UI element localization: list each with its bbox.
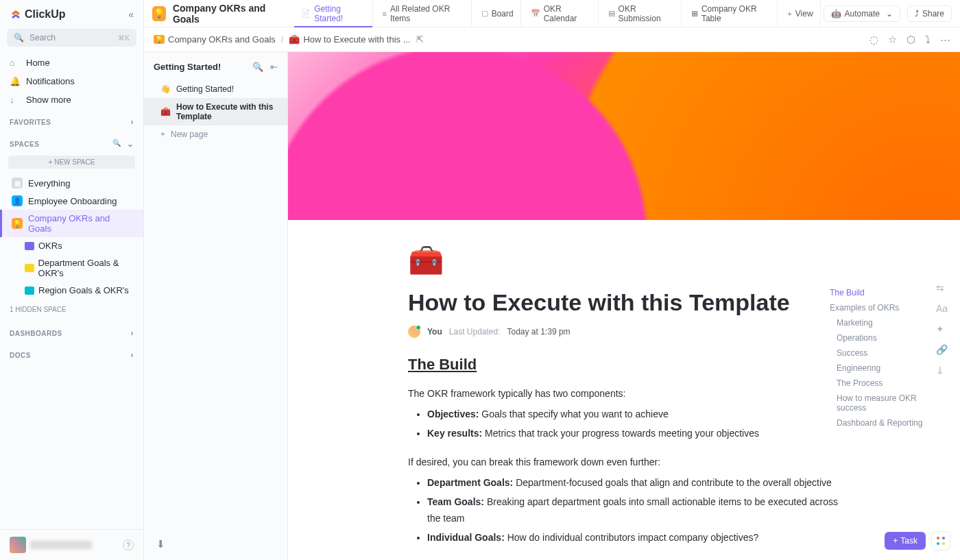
li-individual-goals[interactable]: Individual Goals: How do individual cont… [427, 530, 840, 546]
wave-icon: 👋 [160, 84, 171, 94]
toc-examples[interactable]: Examples of OKRs [830, 300, 946, 315]
folder-icon [25, 264, 34, 272]
tab-add-view[interactable]: +View [780, 0, 820, 27]
li-department-goals[interactable]: Department Goals: Department-focused goa… [427, 475, 840, 491]
nav-showmore[interactable]: ↓Show more [0, 90, 143, 109]
folder-department-goals[interactable]: Department Goals & OKR's [0, 254, 143, 282]
doc-page-howto-label: How to Execute with this Template [176, 102, 278, 121]
toolbox-icon: 🧰 [289, 34, 300, 45]
comment-icon[interactable]: ⬡ [907, 34, 915, 46]
doc-title[interactable]: How to Execute with this Template [408, 289, 840, 316]
tab-submission[interactable]: ▤OKR Submission [601, 0, 682, 27]
brand-name: ClickUp [25, 8, 66, 21]
section-docs[interactable]: DOCS› [0, 342, 143, 364]
sparkle-icon[interactable]: ✦ [936, 324, 948, 334]
doc-newpage-label: New page [171, 130, 208, 139]
typography-icon[interactable]: Aa [936, 303, 948, 314]
expand-icon[interactable]: ⇆ [936, 282, 948, 293]
li-keyresults[interactable]: Key results: Metrics that track your pro… [427, 426, 840, 442]
ig-text: How do individual contributors impact co… [505, 532, 758, 543]
doc-emoji[interactable]: 🧰 [408, 243, 840, 277]
more-icon[interactable]: ⋯ [940, 34, 950, 46]
hidden-space-label[interactable]: 1 HIDDEN SPACE [0, 299, 143, 320]
nav-notifications[interactable]: 🔔Notifications [0, 72, 143, 90]
help-icon[interactable]: ? [123, 539, 134, 550]
doc-page-howto[interactable]: 🧰How to Execute with this Template [144, 98, 287, 125]
user-avatar[interactable] [10, 537, 26, 553]
space-onboarding[interactable]: 👤Employee Onboarding [0, 192, 143, 210]
search-input[interactable]: 🔍 Search ⌘K [7, 29, 136, 47]
toc-dashboard[interactable]: Dashboard & Reporting [830, 415, 946, 430]
section-favorites[interactable]: FAVORITES› [0, 109, 143, 131]
relations-icon[interactable]: 🔗 [936, 344, 948, 355]
search-icon[interactable]: 🔍 [252, 62, 263, 72]
tag-icon[interactable]: ◌ [869, 34, 878, 46]
li-team-goals[interactable]: Team Goals: Breaking apart department go… [427, 494, 840, 527]
toc-marketing[interactable]: Marketing [830, 315, 946, 330]
list-components[interactable]: Objectives: Goals that specify what you … [408, 406, 840, 442]
automate-button[interactable]: 🤖Automate⌄ [824, 5, 900, 22]
space-everything-label: Everything [28, 178, 70, 188]
apps-grid-icon [936, 536, 946, 546]
folder-icon [25, 287, 34, 295]
toc-the-build[interactable]: The Build [830, 285, 946, 300]
doc-page-getting-started[interactable]: 👋Getting Started! [144, 80, 287, 98]
toc-measure[interactable]: How to measure OKR success [830, 391, 946, 415]
nav-notifications-label: Notifications [26, 76, 75, 86]
space-title[interactable]: Company OKRs and Goals [173, 3, 283, 25]
breadcrumb-doc[interactable]: 🧰How to Execute with this ... [289, 34, 410, 45]
section-dashboards[interactable]: DASHBOARDS› [0, 320, 143, 342]
search-placeholder: Search [29, 33, 56, 42]
doc-sidebar-title: Getting Started! [154, 62, 221, 72]
inbox-icon[interactable]: ⤵ [925, 34, 931, 46]
share-button[interactable]: ⤴Share [907, 5, 952, 22]
toc-operations[interactable]: Operations [830, 330, 946, 345]
doc-cover[interactable] [288, 52, 960, 220]
list-breakdown[interactable]: Department Goals: Department-focused goa… [408, 475, 840, 546]
li-objectives[interactable]: Objectives: Goals that specify what you … [427, 406, 840, 423]
obj-text: Goals that specify what you want to achi… [479, 409, 668, 419]
space-company-okrs[interactable]: 💡Company OKRs and Goals [0, 210, 143, 237]
nav-home[interactable]: ⌂Home [0, 53, 143, 72]
toc-success[interactable]: Success [830, 345, 946, 361]
folder-okrs[interactable]: OKRs [0, 237, 143, 254]
document-scroll[interactable]: 🧰 How to Execute with this Template You … [288, 52, 960, 560]
para-intro[interactable]: The OKR framework typically has two comp… [408, 386, 840, 401]
para-breakdown[interactable]: If desired, you can break this framework… [408, 454, 840, 470]
search-spaces-icon[interactable]: 🔍 [112, 139, 121, 149]
collapse-sidebar-icon[interactable]: « [128, 9, 134, 20]
heading-the-build[interactable]: The Build [408, 356, 840, 374]
toc-engineering[interactable]: Engineering [830, 361, 946, 376]
apps-button[interactable] [931, 531, 950, 550]
tab-getting-started[interactable]: 📄Getting Started! [294, 0, 372, 27]
export-icon[interactable]: ⤓ [936, 365, 948, 376]
doc-new-page[interactable]: +New page [144, 125, 287, 143]
person-icon: 👤 [12, 195, 23, 206]
breadcrumb-space[interactable]: 💡Company OKRs and Goals [154, 34, 276, 45]
svg-point-0 [937, 537, 939, 539]
open-external-icon[interactable]: ⇱ [416, 34, 424, 45]
bc-a-label: Company OKRs and Goals [168, 34, 276, 45]
space-badge-icon[interactable]: 💡 [152, 6, 166, 21]
logo[interactable]: ClickUp [10, 8, 66, 21]
chevron-down-icon[interactable]: ⌄ [127, 139, 134, 149]
author-avatar[interactable] [408, 326, 420, 338]
tab-calendar[interactable]: 📅OKR Calendar [524, 0, 599, 27]
tg-text: Breaking apart department goals into sma… [427, 496, 838, 524]
tab-calendar-label: OKR Calendar [544, 4, 591, 23]
space-onboarding-label: Employee Onboarding [28, 196, 117, 206]
download-icon[interactable]: ⬇ [156, 538, 165, 550]
new-space-button[interactable]: + NEW SPACE [8, 156, 135, 169]
star-icon[interactable]: ☆ [888, 34, 897, 46]
tab-table[interactable]: ▦Company OKR Table [684, 0, 778, 27]
collapse-panel-icon[interactable]: ⇤ [270, 62, 278, 72]
tab-board[interactable]: ▢Board [475, 0, 521, 27]
bell-icon: 🔔 [10, 76, 19, 86]
toc-process[interactable]: The Process [830, 376, 946, 391]
new-task-button[interactable]: +Task [885, 532, 926, 550]
clickup-logo-icon [10, 8, 22, 21]
section-spaces[interactable]: SPACES 🔍⌄ [0, 131, 143, 153]
space-everything[interactable]: ▦Everything [0, 174, 143, 192]
tab-all-related[interactable]: ≡All Related OKR Items [376, 0, 472, 27]
folder-region-goals[interactable]: Region Goals & OKR's [0, 282, 143, 299]
